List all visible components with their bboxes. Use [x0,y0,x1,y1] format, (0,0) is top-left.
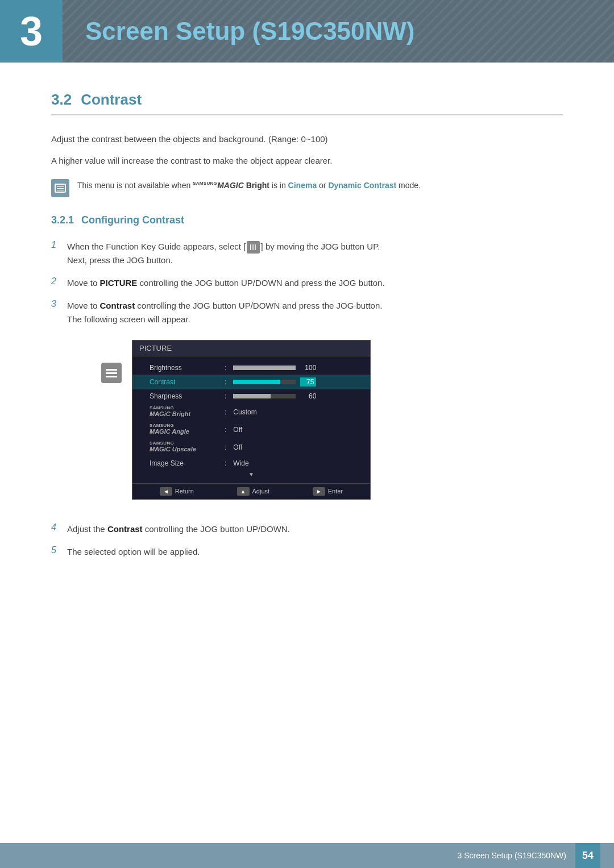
osd-label-magic-upscale-container: SAMSUNG MAGiC Upscale [150,441,218,453]
osd-samsung-text-upscale: SAMSUNG [150,441,218,446]
subsection-title: Configuring Contrast [81,214,184,226]
osd-label-brightness: Brightness [150,364,218,372]
osd-magic-text-bright: MAGiC Bright [150,410,218,418]
osd-title-bar: PICTURE [132,340,370,356]
step-content-4: Adjust the Contrast controlling the JOG … [67,522,563,536]
osd-magic-text-upscale: MAGiC Upscale [150,446,218,453]
footer-page-number: 54 [575,843,600,868]
osd-row-magic-bright: SAMSUNG MAGiC Bright : Custom [132,403,370,421]
return-btn: ◄ [160,487,172,496]
osd-magic-text-angle: MAGiC Angle [150,428,218,435]
bar-track-sharpness [233,394,296,398]
step-content-2: Move to PICTURE controlling the JOG butt… [67,276,563,290]
osd-row-brightness: Brightness : 100 [132,361,370,375]
jog-icon: ||| [247,241,259,254]
bar-fill-contrast [233,380,280,384]
step-4: 4 Adjust the Contrast controlling the JO… [51,522,563,536]
osd-bar-sharpness: 60 [233,392,359,400]
bright-label: Bright [246,181,269,190]
bar-num-brightness: 100 [300,364,316,372]
step-num-5: 5 [51,545,67,555]
osd-footer-return: ◄ Return [160,487,194,496]
bar-fill-sharpness [233,394,271,398]
osd-samsung-text-angle: SAMSUNG [150,423,218,428]
osd-row-image-size: Image Size : Wide [132,456,370,470]
pencil-icon [55,184,66,193]
step-content-1: When the Function Key Guide appears, sel… [67,240,563,267]
osd-bar-brightness: 100 [233,364,359,372]
bar-num-sharpness: 60 [300,392,316,400]
steps-list: 1 When the Function Key Guide appears, s… [51,240,563,559]
jog-side-icon [101,363,122,383]
section-title: Contrast [81,91,142,109]
section-heading: 3.2 Contrast [51,91,563,115]
section-number: 3.2 [51,91,72,109]
step-content-5: The selected option will be applied. [67,545,563,559]
picture-label: PICTURE [100,278,138,288]
osd-val-magic-angle: Off [233,426,242,434]
step-3: 3 Move to Contrast controlling the JOG b… [51,299,563,513]
bar-track-contrast [233,380,296,384]
description-2: A higher value will increase the contras… [51,154,563,168]
header-title: Screen Setup (S19C350NW) [85,17,415,45]
osd-val-magic-upscale: Off [233,443,242,451]
note-is: is in [272,181,286,190]
step-5: 5 The selected option will be applied. [51,545,563,559]
subsection-heading: 3.2.1 Configuring Contrast [51,214,563,226]
osd-bar-contrast: 75 [233,377,359,387]
osd-label-sharpness: Sharpness [150,392,218,400]
bar-num-contrast: 75 [300,377,316,387]
bar-track-brightness [233,366,296,370]
osd-label-image-size: Image Size [150,459,218,467]
enter-btn: ► [313,487,325,496]
enter-label: Enter [328,488,343,495]
adjust-btn: ▲ [237,487,250,496]
screen-mockup-wrapper: PICTURE Brightness : [101,340,563,500]
osd-row-magic-upscale: SAMSUNG MAGiC Upscale : Off [132,438,370,456]
step-num-1: 1 [51,240,67,250]
magic-text: MAGIC [217,181,244,190]
osd-label-magic-angle-container: SAMSUNG MAGiC Angle [150,423,218,435]
osd-row-magic-angle: SAMSUNG MAGiC Angle : Off [132,421,370,438]
osd-footer-enter: ► Enter [313,487,343,496]
note-icon [51,179,69,197]
osd-footer: ◄ Return ▲ Adjust ► Enter [132,483,370,499]
subsection-number: 3.2.1 [51,214,74,226]
osd-footer-adjust: ▲ Adjust [237,487,269,496]
description-1: Adjust the contrast between the objects … [51,132,563,146]
note-box: This menu is not available when SAMSUNGM… [51,179,563,197]
step-num-4: 4 [51,522,67,533]
samsung-magic-badge: SAMSUNGMAGIC [193,181,246,190]
osd-scroll-indicator: ▼ [132,470,370,479]
contrast-label-step3: Contrast [100,301,135,310]
note-text: This menu is not available when SAMSUNGM… [77,179,563,192]
adjust-label: Adjust [252,488,270,495]
jog-line-1 [106,369,117,371]
osd-label-magic-bright-container: SAMSUNG MAGiC Bright [150,406,218,418]
note-mode: mode. [399,181,421,190]
samsung-sup: SAMSUNG [193,181,217,186]
jog-line-3 [106,376,117,377]
osd-screen: PICTURE Brightness : [132,340,371,500]
dynamic-label: Dynamic Contrast [328,181,396,190]
step-content-3: Move to Contrast controlling the JOG but… [67,301,382,324]
osd-row-sharpness: Sharpness : 60 [132,389,370,403]
osd-val-image-size: Wide [233,459,248,467]
chapter-number-box: 3 [0,0,63,63]
note-text-before: This menu is not available when [77,181,190,190]
step-num-3: 3 [51,299,67,309]
step-2: 2 Move to PICTURE controlling the JOG bu… [51,276,563,290]
cinema-label: Cinema [288,181,317,190]
contrast-label-step4: Contrast [107,524,143,534]
osd-samsung-text-bright: SAMSUNG [150,406,218,410]
osd-label-contrast: Contrast [150,378,218,386]
return-label: Return [175,488,194,495]
chapter-number: 3 [20,11,43,52]
step-1: 1 When the Function Key Guide appears, s… [51,240,563,267]
bar-fill-brightness [233,366,296,370]
osd-title: PICTURE [139,344,172,352]
osd-row-contrast: Contrast : 75 [132,375,370,389]
jog-inner-lines [106,369,117,377]
osd-body: Brightness : 100 [132,356,370,481]
step-num-2: 2 [51,276,67,286]
